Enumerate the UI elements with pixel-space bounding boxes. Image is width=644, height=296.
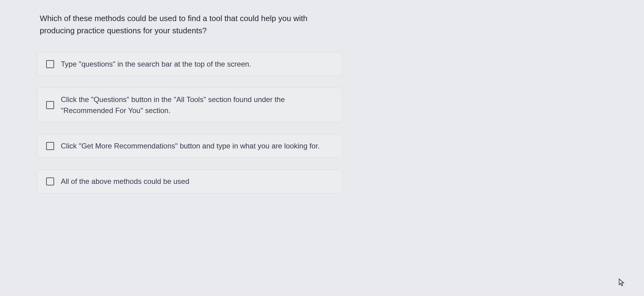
option-label: Click the "Questions" button in the "All…	[61, 94, 333, 116]
option-label: All of the above methods could be used	[61, 176, 189, 187]
checkbox[interactable]	[46, 101, 54, 109]
answer-option[interactable]: Click "Get More Recommendations" button …	[37, 134, 342, 158]
answer-option[interactable]: All of the above methods could be used	[37, 170, 342, 193]
question-prompt: Which of these methods could be used to …	[37, 12, 342, 37]
question-container: Which of these methods could be used to …	[37, 12, 342, 193]
checkbox[interactable]	[46, 177, 54, 185]
option-label: Click "Get More Recommendations" button …	[61, 141, 320, 152]
answer-option[interactable]: Click the "Questions" button in the "All…	[37, 88, 342, 122]
option-label: Type "questions" in the search bar at th…	[61, 59, 251, 70]
checkbox[interactable]	[46, 142, 54, 150]
answer-option[interactable]: Type "questions" in the search bar at th…	[37, 52, 342, 76]
checkbox[interactable]	[46, 60, 54, 68]
